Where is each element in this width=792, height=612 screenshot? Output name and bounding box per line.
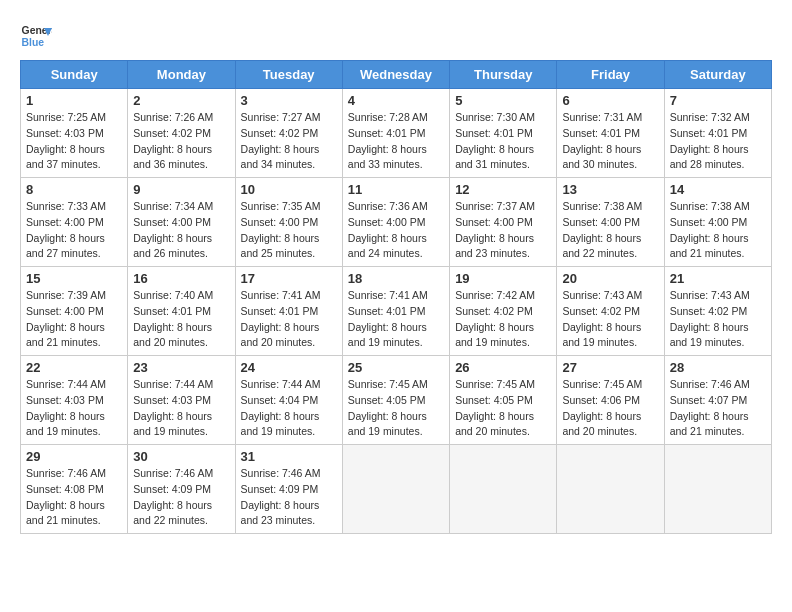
calendar-cell: 27Sunrise: 7:45 AMSunset: 4:06 PMDayligh…	[557, 356, 664, 445]
day-number: 11	[348, 182, 444, 197]
calendar-cell: 30Sunrise: 7:46 AMSunset: 4:09 PMDayligh…	[128, 445, 235, 534]
day-info: Sunrise: 7:25 AMSunset: 4:03 PMDaylight:…	[26, 110, 122, 173]
day-info: Sunrise: 7:39 AMSunset: 4:00 PMDaylight:…	[26, 288, 122, 351]
page-header: General Blue	[20, 20, 772, 52]
calendar-cell: 3Sunrise: 7:27 AMSunset: 4:02 PMDaylight…	[235, 89, 342, 178]
day-number: 9	[133, 182, 229, 197]
day-number: 10	[241, 182, 337, 197]
day-number: 15	[26, 271, 122, 286]
day-number: 19	[455, 271, 551, 286]
calendar-week-4: 22Sunrise: 7:44 AMSunset: 4:03 PMDayligh…	[21, 356, 772, 445]
day-info: Sunrise: 7:44 AMSunset: 4:04 PMDaylight:…	[241, 377, 337, 440]
day-number: 23	[133, 360, 229, 375]
day-info: Sunrise: 7:45 AMSunset: 4:05 PMDaylight:…	[348, 377, 444, 440]
day-number: 30	[133, 449, 229, 464]
calendar-cell: 12Sunrise: 7:37 AMSunset: 4:00 PMDayligh…	[450, 178, 557, 267]
day-info: Sunrise: 7:41 AMSunset: 4:01 PMDaylight:…	[348, 288, 444, 351]
calendar-cell: 10Sunrise: 7:35 AMSunset: 4:00 PMDayligh…	[235, 178, 342, 267]
calendar-cell: 16Sunrise: 7:40 AMSunset: 4:01 PMDayligh…	[128, 267, 235, 356]
day-info: Sunrise: 7:42 AMSunset: 4:02 PMDaylight:…	[455, 288, 551, 351]
day-info: Sunrise: 7:36 AMSunset: 4:00 PMDaylight:…	[348, 199, 444, 262]
calendar-week-1: 1Sunrise: 7:25 AMSunset: 4:03 PMDaylight…	[21, 89, 772, 178]
day-info: Sunrise: 7:46 AMSunset: 4:09 PMDaylight:…	[133, 466, 229, 529]
calendar-cell: 18Sunrise: 7:41 AMSunset: 4:01 PMDayligh…	[342, 267, 449, 356]
calendar-week-5: 29Sunrise: 7:46 AMSunset: 4:08 PMDayligh…	[21, 445, 772, 534]
day-number: 31	[241, 449, 337, 464]
calendar-cell: 14Sunrise: 7:38 AMSunset: 4:00 PMDayligh…	[664, 178, 771, 267]
day-info: Sunrise: 7:34 AMSunset: 4:00 PMDaylight:…	[133, 199, 229, 262]
day-number: 2	[133, 93, 229, 108]
day-number: 13	[562, 182, 658, 197]
day-number: 3	[241, 93, 337, 108]
calendar-cell: 21Sunrise: 7:43 AMSunset: 4:02 PMDayligh…	[664, 267, 771, 356]
calendar-cell: 9Sunrise: 7:34 AMSunset: 4:00 PMDaylight…	[128, 178, 235, 267]
weekday-header-thursday: Thursday	[450, 61, 557, 89]
calendar-table: SundayMondayTuesdayWednesdayThursdayFrid…	[20, 60, 772, 534]
day-number: 20	[562, 271, 658, 286]
calendar-cell: 11Sunrise: 7:36 AMSunset: 4:00 PMDayligh…	[342, 178, 449, 267]
day-number: 8	[26, 182, 122, 197]
day-number: 25	[348, 360, 444, 375]
calendar-cell	[664, 445, 771, 534]
calendar-cell: 25Sunrise: 7:45 AMSunset: 4:05 PMDayligh…	[342, 356, 449, 445]
day-info: Sunrise: 7:44 AMSunset: 4:03 PMDaylight:…	[133, 377, 229, 440]
day-info: Sunrise: 7:43 AMSunset: 4:02 PMDaylight:…	[562, 288, 658, 351]
calendar-cell: 15Sunrise: 7:39 AMSunset: 4:00 PMDayligh…	[21, 267, 128, 356]
day-info: Sunrise: 7:46 AMSunset: 4:07 PMDaylight:…	[670, 377, 766, 440]
calendar-cell: 26Sunrise: 7:45 AMSunset: 4:05 PMDayligh…	[450, 356, 557, 445]
day-info: Sunrise: 7:38 AMSunset: 4:00 PMDaylight:…	[670, 199, 766, 262]
day-number: 29	[26, 449, 122, 464]
calendar-cell: 29Sunrise: 7:46 AMSunset: 4:08 PMDayligh…	[21, 445, 128, 534]
day-info: Sunrise: 7:37 AMSunset: 4:00 PMDaylight:…	[455, 199, 551, 262]
day-info: Sunrise: 7:46 AMSunset: 4:08 PMDaylight:…	[26, 466, 122, 529]
calendar-cell: 8Sunrise: 7:33 AMSunset: 4:00 PMDaylight…	[21, 178, 128, 267]
calendar-cell: 24Sunrise: 7:44 AMSunset: 4:04 PMDayligh…	[235, 356, 342, 445]
calendar-cell: 31Sunrise: 7:46 AMSunset: 4:09 PMDayligh…	[235, 445, 342, 534]
calendar-cell: 13Sunrise: 7:38 AMSunset: 4:00 PMDayligh…	[557, 178, 664, 267]
day-info: Sunrise: 7:31 AMSunset: 4:01 PMDaylight:…	[562, 110, 658, 173]
weekday-header-row: SundayMondayTuesdayWednesdayThursdayFrid…	[21, 61, 772, 89]
calendar-cell: 23Sunrise: 7:44 AMSunset: 4:03 PMDayligh…	[128, 356, 235, 445]
calendar-cell	[342, 445, 449, 534]
calendar-cell: 20Sunrise: 7:43 AMSunset: 4:02 PMDayligh…	[557, 267, 664, 356]
day-info: Sunrise: 7:40 AMSunset: 4:01 PMDaylight:…	[133, 288, 229, 351]
day-info: Sunrise: 7:41 AMSunset: 4:01 PMDaylight:…	[241, 288, 337, 351]
day-number: 12	[455, 182, 551, 197]
calendar-cell: 19Sunrise: 7:42 AMSunset: 4:02 PMDayligh…	[450, 267, 557, 356]
day-number: 7	[670, 93, 766, 108]
day-number: 16	[133, 271, 229, 286]
day-number: 27	[562, 360, 658, 375]
calendar-cell: 1Sunrise: 7:25 AMSunset: 4:03 PMDaylight…	[21, 89, 128, 178]
calendar-cell	[450, 445, 557, 534]
logo: General Blue	[20, 20, 52, 52]
calendar-cell: 4Sunrise: 7:28 AMSunset: 4:01 PMDaylight…	[342, 89, 449, 178]
day-number: 18	[348, 271, 444, 286]
day-info: Sunrise: 7:45 AMSunset: 4:05 PMDaylight:…	[455, 377, 551, 440]
day-number: 22	[26, 360, 122, 375]
day-info: Sunrise: 7:46 AMSunset: 4:09 PMDaylight:…	[241, 466, 337, 529]
calendar-cell: 7Sunrise: 7:32 AMSunset: 4:01 PMDaylight…	[664, 89, 771, 178]
day-info: Sunrise: 7:35 AMSunset: 4:00 PMDaylight:…	[241, 199, 337, 262]
day-number: 21	[670, 271, 766, 286]
day-number: 24	[241, 360, 337, 375]
day-info: Sunrise: 7:45 AMSunset: 4:06 PMDaylight:…	[562, 377, 658, 440]
calendar-week-2: 8Sunrise: 7:33 AMSunset: 4:00 PMDaylight…	[21, 178, 772, 267]
day-number: 28	[670, 360, 766, 375]
day-info: Sunrise: 7:26 AMSunset: 4:02 PMDaylight:…	[133, 110, 229, 173]
day-info: Sunrise: 7:32 AMSunset: 4:01 PMDaylight:…	[670, 110, 766, 173]
day-number: 5	[455, 93, 551, 108]
weekday-header-tuesday: Tuesday	[235, 61, 342, 89]
day-number: 1	[26, 93, 122, 108]
weekday-header-saturday: Saturday	[664, 61, 771, 89]
day-info: Sunrise: 7:30 AMSunset: 4:01 PMDaylight:…	[455, 110, 551, 173]
weekday-header-friday: Friday	[557, 61, 664, 89]
calendar-cell: 6Sunrise: 7:31 AMSunset: 4:01 PMDaylight…	[557, 89, 664, 178]
calendar-cell: 22Sunrise: 7:44 AMSunset: 4:03 PMDayligh…	[21, 356, 128, 445]
calendar-week-3: 15Sunrise: 7:39 AMSunset: 4:00 PMDayligh…	[21, 267, 772, 356]
calendar-cell: 2Sunrise: 7:26 AMSunset: 4:02 PMDaylight…	[128, 89, 235, 178]
calendar-cell: 17Sunrise: 7:41 AMSunset: 4:01 PMDayligh…	[235, 267, 342, 356]
logo-icon: General Blue	[20, 20, 52, 52]
day-number: 26	[455, 360, 551, 375]
weekday-header-sunday: Sunday	[21, 61, 128, 89]
day-info: Sunrise: 7:43 AMSunset: 4:02 PMDaylight:…	[670, 288, 766, 351]
